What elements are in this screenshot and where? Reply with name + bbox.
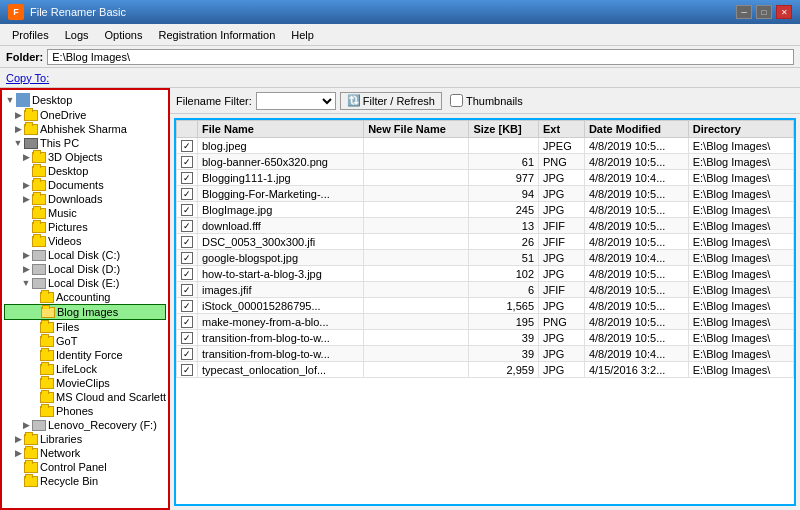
menu-help[interactable]: Help	[283, 27, 322, 43]
row-checkbox-cell[interactable]	[177, 346, 198, 362]
menu-registration[interactable]: Registration Information	[150, 27, 283, 43]
row-checkbox-cell[interactable]	[177, 362, 198, 378]
row-checkbox-cell[interactable]	[177, 138, 198, 154]
menu-logs[interactable]: Logs	[57, 27, 97, 43]
col-header-date[interactable]: Date Modified	[584, 121, 688, 138]
col-header-size[interactable]: Size [KB]	[469, 121, 539, 138]
col-header-dir[interactable]: Directory	[688, 121, 793, 138]
row-checkbox-cell[interactable]	[177, 234, 198, 250]
row-checkbox[interactable]	[181, 284, 193, 296]
row-checkbox-cell[interactable]	[177, 330, 198, 346]
row-checkbox[interactable]	[181, 348, 193, 360]
row-newfilename	[364, 362, 469, 378]
row-dir: E:\Blog Images\	[688, 330, 793, 346]
row-date: 4/8/2019 10:5...	[584, 218, 688, 234]
tree-item-recyclebin[interactable]: Recycle Bin	[4, 474, 166, 488]
filter-refresh-button[interactable]: 🔃 Filter / Refresh	[340, 92, 442, 110]
copy-to-label[interactable]: Copy To:	[6, 72, 49, 84]
row-date: 4/8/2019 10:5...	[584, 282, 688, 298]
maximize-button[interactable]: □	[756, 5, 772, 19]
file-tree: ▼ Desktop ▶ OneDrive ▶ Abhishek Sharma ▼…	[2, 90, 168, 490]
tree-item-blogimages[interactable]: Blog Images	[4, 304, 166, 320]
row-checkbox-cell[interactable]	[177, 282, 198, 298]
tree-item-phones[interactable]: Phones	[4, 404, 166, 418]
tree-item-network[interactable]: ▶ Network	[4, 446, 166, 460]
row-checkbox-cell[interactable]	[177, 218, 198, 234]
tree-label-files: Files	[56, 321, 79, 333]
drive-icon-c	[32, 250, 46, 261]
tree-item-libraries[interactable]: ▶ Libraries	[4, 432, 166, 446]
row-filename: typecast_onlocation_lof...	[198, 362, 364, 378]
expand-icon-pictures	[20, 221, 32, 233]
row-checkbox[interactable]	[181, 252, 193, 264]
row-checkbox-cell[interactable]	[177, 266, 198, 282]
tree-item-music[interactable]: Music	[4, 206, 166, 220]
filter-dropdown[interactable]	[256, 92, 336, 110]
tree-item-pictures[interactable]: Pictures	[4, 220, 166, 234]
tree-item-downloads[interactable]: ▶ Downloads	[4, 192, 166, 206]
row-checkbox[interactable]	[181, 188, 193, 200]
tree-item-desktop[interactable]: ▼ Desktop	[4, 92, 166, 108]
col-header-filename[interactable]: File Name	[198, 121, 364, 138]
row-checkbox[interactable]	[181, 204, 193, 216]
minimize-button[interactable]: ─	[736, 5, 752, 19]
tree-item-videos[interactable]: Videos	[4, 234, 166, 248]
row-checkbox[interactable]	[181, 268, 193, 280]
col-header-ext[interactable]: Ext	[539, 121, 585, 138]
row-checkbox[interactable]	[181, 332, 193, 344]
row-checkbox[interactable]	[181, 172, 193, 184]
close-button[interactable]: ✕	[776, 5, 792, 19]
row-checkbox-cell[interactable]	[177, 250, 198, 266]
tree-item-locale[interactable]: ▼ Local Disk (E:)	[4, 276, 166, 290]
tree-item-onedrive[interactable]: ▶ OneDrive	[4, 108, 166, 122]
row-date: 4/8/2019 10:5...	[584, 154, 688, 170]
row-checkbox[interactable]	[181, 220, 193, 232]
row-checkbox[interactable]	[181, 364, 193, 376]
tree-item-mscloud[interactable]: MS Cloud and Scarlett	[4, 390, 166, 404]
row-date: 4/8/2019 10:4...	[584, 170, 688, 186]
folder-icon-lifelock	[40, 364, 54, 375]
row-size: 61	[469, 154, 539, 170]
tree-item-desktop2[interactable]: Desktop	[4, 164, 166, 178]
tree-item-accounting[interactable]: Accounting	[4, 290, 166, 304]
file-table: File Name New File Name Size [KB] Ext Da…	[176, 120, 794, 378]
row-checkbox[interactable]	[181, 156, 193, 168]
row-checkbox-cell[interactable]	[177, 154, 198, 170]
tree-item-thispc[interactable]: ▼ This PC	[4, 136, 166, 150]
tree-item-documents[interactable]: ▶ Documents	[4, 178, 166, 192]
menu-options[interactable]: Options	[97, 27, 151, 43]
row-checkbox[interactable]	[181, 140, 193, 152]
tree-item-identityforce[interactable]: Identity Force	[4, 348, 166, 362]
row-checkbox[interactable]	[181, 300, 193, 312]
tree-item-lenovo[interactable]: ▶ Lenovo_Recovery (F:)	[4, 418, 166, 432]
tree-item-got[interactable]: GoT	[4, 334, 166, 348]
folder-icon-music	[32, 208, 46, 219]
row-newfilename	[364, 186, 469, 202]
row-checkbox-cell[interactable]	[177, 298, 198, 314]
folder-icon-accounting	[40, 292, 54, 303]
row-checkbox-cell[interactable]	[177, 314, 198, 330]
tree-item-lifelock[interactable]: LifeLock	[4, 362, 166, 376]
thumbnails-checkbox[interactable]	[450, 94, 463, 107]
tree-item-files[interactable]: Files	[4, 320, 166, 334]
title-bar-text: File Renamer Basic	[30, 6, 126, 18]
expand-icon-music	[20, 207, 32, 219]
row-ext: JPG	[539, 298, 585, 314]
tree-item-controlpanel[interactable]: Control Panel	[4, 460, 166, 474]
row-dir: E:\Blog Images\	[688, 314, 793, 330]
row-checkbox-cell[interactable]	[177, 186, 198, 202]
row-ext: JPG	[539, 362, 585, 378]
folder-path-input[interactable]	[47, 49, 794, 65]
col-header-newfilename[interactable]: New File Name	[364, 121, 469, 138]
tree-item-locald[interactable]: ▶ Local Disk (D:)	[4, 262, 166, 276]
row-checkbox[interactable]	[181, 316, 193, 328]
menu-profiles[interactable]: Profiles	[4, 27, 57, 43]
row-checkbox-cell[interactable]	[177, 202, 198, 218]
row-checkbox-cell[interactable]	[177, 170, 198, 186]
tree-item-abhishek[interactable]: ▶ Abhishek Sharma	[4, 122, 166, 136]
row-dir: E:\Blog Images\	[688, 346, 793, 362]
tree-item-movieclips[interactable]: MovieClips	[4, 376, 166, 390]
tree-item-localc[interactable]: ▶ Local Disk (C:)	[4, 248, 166, 262]
row-checkbox[interactable]	[181, 236, 193, 248]
tree-item-3dobjects[interactable]: ▶ 3D Objects	[4, 150, 166, 164]
